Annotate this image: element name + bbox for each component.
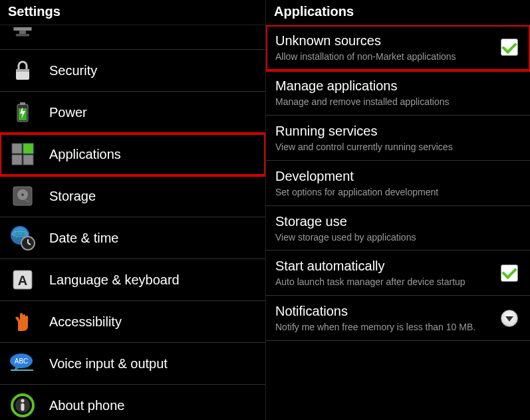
svg-rect-23	[11, 369, 33, 371]
app-item-notifications[interactable]: Notifications Notify me when free memory…	[266, 296, 530, 341]
app-item-unknown-sources[interactable]: Unknown sources Allow installation of no…	[266, 25, 530, 70]
svg-rect-11	[23, 155, 33, 165]
settings-item-label: Accessibility	[49, 314, 122, 330]
lock-icon	[8, 56, 37, 85]
settings-item-applications[interactable]: Applications	[0, 134, 265, 175]
settings-item-label: Applications	[49, 147, 121, 162]
settings-item-power[interactable]: Power	[0, 92, 265, 134]
expander-notifications[interactable]	[501, 310, 518, 327]
svg-point-14	[21, 193, 24, 196]
app-item-development[interactable]: Development Set options for application …	[266, 161, 530, 206]
hand-icon	[8, 307, 37, 336]
settings-panel: Settings Security Power Applications	[0, 0, 266, 420]
svg-rect-10	[12, 155, 22, 165]
battery-icon	[8, 98, 37, 127]
app-item-title: Start automatically	[275, 257, 498, 274]
app-item-subtitle: Notify me when free memory is less than …	[275, 321, 498, 334]
monitor-icon	[8, 25, 37, 44]
settings-header: Settings	[0, 0, 265, 25]
svg-text:ABC: ABC	[15, 358, 29, 365]
app-item-title: Running services	[275, 122, 521, 140]
app-item-storage-use[interactable]: Storage use View storage used by applica…	[266, 206, 530, 251]
settings-item-about[interactable]: About phone	[0, 385, 265, 420]
svg-rect-1	[19, 31, 26, 34]
settings-item-label: About phone	[49, 398, 124, 413]
letter-a-icon: A	[8, 265, 37, 294]
app-item-title: Manage applications	[275, 77, 521, 94]
app-item-subtitle: Set options for application development	[275, 186, 521, 199]
app-item-subtitle: View and control currently running servi…	[275, 141, 521, 154]
applications-header: Applications	[266, 0, 530, 25]
apps-grid-icon	[8, 140, 37, 169]
app-item-manage-applications[interactable]: Manage applications Manage and remove in…	[266, 70, 530, 116]
settings-item-label: Language & keyboard	[49, 272, 180, 288]
svg-rect-2	[16, 34, 29, 36]
settings-item-voice[interactable]: ABC Voice input & output	[0, 343, 265, 385]
settings-list: Security Power Applications Storage Date	[0, 25, 265, 420]
app-item-title: Unknown sources	[275, 32, 498, 49]
app-item-title: Development	[275, 167, 521, 185]
svg-rect-6	[20, 102, 25, 105]
hdd-icon	[8, 181, 37, 211]
applications-list: Unknown sources Allow installation of no…	[266, 25, 530, 420]
app-item-title: Notifications	[275, 302, 498, 320]
app-item-title: Storage use	[275, 213, 521, 230]
svg-rect-4	[16, 69, 29, 72]
app-item-subtitle: Auto launch task manager after device st…	[275, 276, 498, 288]
settings-item-label: Voice input & output	[49, 356, 168, 371]
svg-rect-9	[23, 144, 33, 154]
settings-item-accessibility[interactable]: Accessibility	[0, 301, 265, 343]
svg-point-26	[21, 399, 25, 403]
settings-item-storage[interactable]: Storage	[0, 175, 265, 217]
settings-item-label: Date & time	[49, 231, 118, 246]
settings-item-label: Security	[49, 63, 97, 78]
applications-panel: Applications Unknown sources Allow insta…	[266, 0, 530, 420]
settings-item-label: Power	[49, 105, 87, 120]
settings-item-langkb[interactable]: A Language & keyboard	[0, 259, 265, 301]
app-item-subtitle: View storage used by applications	[275, 231, 521, 244]
app-item-start-automatically[interactable]: Start automatically Auto launch task man…	[266, 251, 530, 296]
svg-rect-27	[21, 403, 25, 411]
info-icon	[8, 391, 37, 420]
svg-text:A: A	[18, 273, 27, 288]
svg-rect-0	[13, 27, 31, 31]
checkbox-unknown-sources[interactable]	[501, 39, 518, 56]
checkbox-start-automatically[interactable]	[501, 264, 518, 282]
globe-clock-icon	[8, 223, 37, 253]
app-item-running-services[interactable]: Running services View and control curren…	[266, 116, 530, 161]
app-item-subtitle: Manage and remove installed applications	[275, 96, 521, 108]
app-item-subtitle: Allow installation of non-Market applica…	[275, 51, 498, 63]
speech-bubble-icon: ABC	[8, 349, 37, 378]
svg-rect-8	[12, 144, 22, 154]
settings-item-security[interactable]: Security	[0, 50, 265, 92]
settings-item-datetime[interactable]: Date & time	[0, 217, 265, 259]
settings-item-label: Storage	[49, 189, 96, 204]
settings-item-partial[interactable]	[0, 25, 265, 50]
